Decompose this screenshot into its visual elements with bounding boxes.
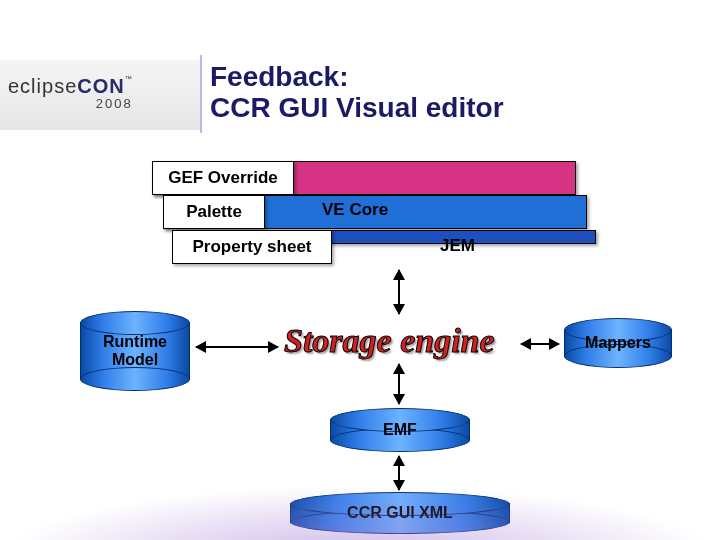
logo-part2: CON bbox=[77, 75, 124, 97]
box-palette: Palette bbox=[163, 195, 265, 229]
title-line2: CCR GUI Visual editor bbox=[210, 92, 504, 123]
box-gef-override: GEF Override bbox=[152, 161, 294, 195]
cylinder-emf: EMF bbox=[330, 408, 470, 452]
storage-engine-label: Storage engine bbox=[284, 322, 495, 360]
logo-text: eclipseCON™ bbox=[8, 75, 133, 98]
title-line1: Feedback: bbox=[210, 61, 349, 92]
slide: eclipseCON™ 2008 Feedback: CCR GUI Visua… bbox=[0, 0, 720, 540]
cylinder-mappers: Mappers bbox=[564, 318, 672, 368]
logo-part1: eclipse bbox=[8, 75, 77, 97]
slide-title: Feedback: CCR GUI Visual editor bbox=[210, 62, 504, 124]
logo-tm: ™ bbox=[125, 75, 133, 82]
header-divider bbox=[200, 55, 202, 133]
label-ve-core: VE Core bbox=[322, 200, 388, 220]
box-property-sheet: Property sheet bbox=[172, 230, 332, 264]
label-mappers: Mappers bbox=[564, 334, 672, 352]
logo-year: 2008 bbox=[8, 96, 133, 111]
arrow-storage-emf bbox=[398, 364, 400, 404]
arrow-runtime-storage bbox=[196, 346, 278, 348]
logo: eclipseCON™ 2008 bbox=[8, 75, 133, 111]
label-jem: JEM bbox=[440, 236, 475, 256]
arrow-jem-storage bbox=[398, 270, 400, 314]
label-runtime-model: Runtime Model bbox=[80, 333, 190, 369]
footer-swoosh bbox=[0, 485, 720, 540]
cylinder-runtime-model: Runtime Model bbox=[80, 311, 190, 391]
arrow-storage-mappers bbox=[521, 343, 559, 345]
label-emf: EMF bbox=[330, 421, 470, 439]
